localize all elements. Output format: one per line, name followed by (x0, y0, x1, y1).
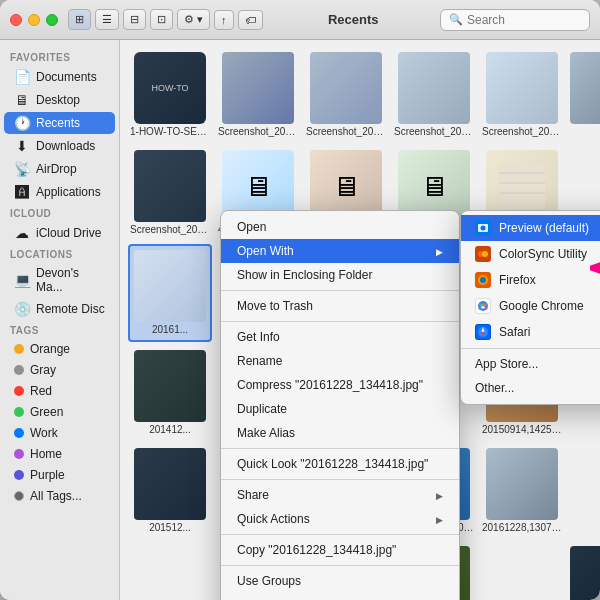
applications-icon: 🅰 (14, 184, 30, 200)
sidebar-item-green-label: Green (30, 405, 63, 419)
sidebar-item-documents[interactable]: 📄 Documents (4, 66, 115, 88)
sidebar-item-icloud[interactable]: ☁ iCloud Drive (4, 222, 115, 244)
submenu-item-preview[interactable]: Preview (default) (461, 215, 600, 241)
submenu-chrome-label: Google Chrome (499, 299, 584, 313)
menu-item-copy[interactable]: Copy "20161228_134418.jpg" (221, 538, 459, 562)
submenu-arrow-icon (436, 244, 443, 258)
submenu-open-with: Preview (default) ColorSync Utility Fire… (460, 210, 600, 405)
sidebar-item-all-tags[interactable]: All Tags... (4, 486, 115, 506)
menu-make-alias-label: Make Alias (237, 426, 295, 440)
chrome-app-icon (475, 298, 491, 314)
submenu-item-chrome[interactable]: Google Chrome (461, 293, 600, 319)
finder-window: ⊞ ☰ ⊟ ⊡ ⚙ ▾ ↑ 🏷 Recents 🔍 Favorites 📄 Do… (0, 0, 600, 600)
menu-item-share[interactable]: Share (221, 483, 459, 507)
icloud-label: iCloud (0, 204, 119, 221)
arrange-button[interactable]: ⚙ ▾ (177, 9, 210, 30)
view-toolbar: ⊞ ☰ ⊟ ⊡ (68, 9, 173, 30)
menu-quick-look-label: Quick Look "20161228_134418.jpg" (237, 457, 428, 471)
sidebar-item-devon[interactable]: 💻 Devon's Ma... (4, 263, 115, 297)
submenu-item-other[interactable]: Other... (461, 376, 600, 400)
sidebar-item-airdrop-label: AirDrop (36, 162, 77, 176)
sidebar-item-gray-label: Gray (30, 363, 56, 377)
sidebar-item-downloads[interactable]: ⬇ Downloads (4, 135, 115, 157)
quick-actions-arrow-icon (436, 512, 443, 526)
menu-item-compress[interactable]: Compress "20161228_134418.jpg" (221, 373, 459, 397)
submenu-other-label: Other... (475, 381, 514, 395)
airdrop-icon: 📡 (14, 161, 30, 177)
red-tag-dot (14, 386, 24, 396)
sidebar-item-downloads-label: Downloads (36, 139, 95, 153)
context-menu-overlay: Open Open With Show in Enclosing Folder … (120, 40, 600, 600)
menu-item-open-with[interactable]: Open With (221, 239, 459, 263)
submenu-item-colorsync[interactable]: ColorSync Utility (461, 241, 600, 267)
sidebar-item-desktop[interactable]: 🖥 Desktop (4, 89, 115, 111)
sidebar-item-work[interactable]: Work (4, 423, 115, 443)
sidebar-item-gray[interactable]: Gray (4, 360, 115, 380)
green-tag-dot (14, 407, 24, 417)
menu-item-use-groups[interactable]: Use Groups (221, 569, 459, 593)
submenu-item-app-store[interactable]: App Store... (461, 352, 600, 376)
svg-point-9 (482, 251, 488, 257)
favorites-label: Favorites (0, 48, 119, 65)
view-grid-button[interactable]: ⊞ (68, 9, 91, 30)
sidebar-item-applications[interactable]: 🅰 Applications (4, 181, 115, 203)
menu-compress-label: Compress "20161228_134418.jpg" (237, 378, 423, 392)
submenu-app-store-label: App Store... (475, 357, 538, 371)
sidebar-item-purple[interactable]: Purple (4, 465, 115, 485)
share-arrow-icon (436, 488, 443, 502)
sidebar-item-desktop-label: Desktop (36, 93, 80, 107)
pink-arrow-indicator (590, 258, 600, 278)
menu-item-get-info[interactable]: Get Info (221, 325, 459, 349)
window-title: Recents (267, 12, 440, 27)
work-tag-dot (14, 428, 24, 438)
menu-item-open[interactable]: Open (221, 215, 459, 239)
firefox-app-icon (475, 272, 491, 288)
menu-item-sort-by[interactable]: Sort By (221, 593, 459, 600)
menu-move-trash-label: Move to Trash (237, 299, 313, 313)
search-input[interactable] (467, 13, 581, 27)
menu-item-move-trash[interactable]: Move to Trash (221, 294, 459, 318)
sidebar-item-home[interactable]: Home (4, 444, 115, 464)
sidebar-item-red-label: Red (30, 384, 52, 398)
menu-use-groups-label: Use Groups (237, 574, 301, 588)
view-list-button[interactable]: ☰ (95, 9, 119, 30)
downloads-icon: ⬇ (14, 138, 30, 154)
menu-separator (221, 479, 459, 480)
svg-point-12 (480, 277, 486, 283)
menu-item-rename[interactable]: Rename (221, 349, 459, 373)
submenu-safari-label: Safari (499, 325, 530, 339)
submenu-firefox-label: Firefox (499, 273, 536, 287)
close-button[interactable] (10, 14, 22, 26)
maximize-button[interactable] (46, 14, 58, 26)
menu-rename-label: Rename (237, 354, 282, 368)
menu-item-quick-look[interactable]: Quick Look "20161228_134418.jpg" (221, 452, 459, 476)
menu-separator (221, 448, 459, 449)
sidebar-item-red[interactable]: Red (4, 381, 115, 401)
minimize-button[interactable] (28, 14, 40, 26)
sidebar-item-airdrop[interactable]: 📡 AirDrop (4, 158, 115, 180)
sidebar-item-orange[interactable]: Orange (4, 339, 115, 359)
tag-button[interactable]: 🏷 (238, 10, 263, 30)
search-bar[interactable]: 🔍 (440, 9, 590, 31)
colorsync-app-icon (475, 246, 491, 262)
sidebar-item-remote-disc[interactable]: 💿 Remote Disc (4, 298, 115, 320)
menu-item-show-enclosing[interactable]: Show in Enclosing Folder (221, 263, 459, 287)
menu-share-label: Share (237, 488, 269, 502)
macbook-icon: 💻 (14, 272, 30, 288)
desktop-icon: 🖥 (14, 92, 30, 108)
view-columns-button[interactable]: ⊟ (123, 9, 146, 30)
view-gallery-button[interactable]: ⊡ (150, 9, 173, 30)
sidebar-item-recents[interactable]: 🕐 Recents (4, 112, 115, 134)
sidebar-item-all-tags-label: All Tags... (30, 489, 82, 503)
menu-separator (221, 290, 459, 291)
share-button[interactable]: ↑ (214, 10, 234, 30)
sidebar-item-applications-label: Applications (36, 185, 101, 199)
submenu-item-firefox[interactable]: Firefox (461, 267, 600, 293)
menu-item-quick-actions[interactable]: Quick Actions (221, 507, 459, 531)
sidebar-item-green[interactable]: Green (4, 402, 115, 422)
menu-item-make-alias[interactable]: Make Alias (221, 421, 459, 445)
menu-item-duplicate[interactable]: Duplicate (221, 397, 459, 421)
menu-show-enclosing-label: Show in Enclosing Folder (237, 268, 372, 282)
safari-app-icon (475, 324, 491, 340)
submenu-item-safari[interactable]: Safari (461, 319, 600, 345)
